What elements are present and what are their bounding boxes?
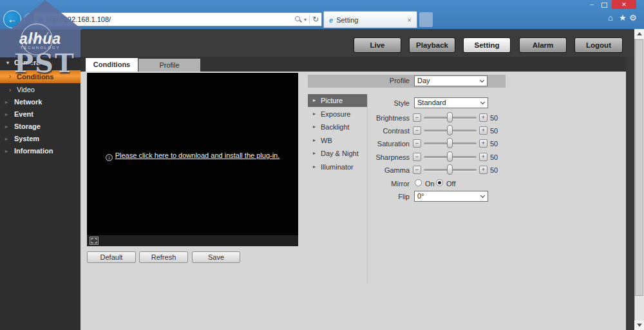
flip-label: Flip — [308, 193, 410, 200]
scroll-down-icon[interactable] — [634, 320, 644, 330]
sidebar-item-storage[interactable]: ▸ Storage — [0, 121, 80, 132]
right-margin — [626, 57, 634, 330]
refresh-button[interactable]: Refresh — [139, 251, 188, 263]
gamma-label: Gamma — [308, 166, 410, 174]
brightness-plus-button[interactable]: + — [479, 113, 488, 122]
sidebar-item-label: Event — [14, 109, 33, 120]
plugin-download-link[interactable]: Please click here to download and instal… — [115, 151, 280, 159]
contrast-label: Contrast — [308, 127, 410, 135]
tab-conditions[interactable]: Conditions — [86, 58, 138, 72]
sharpness-value: 50 — [490, 153, 498, 161]
window-maximize-button[interactable] — [601, 3, 607, 8]
profile-value: Day — [417, 77, 430, 84]
save-button[interactable]: Save — [192, 251, 240, 263]
saturation-slider-thumb[interactable] — [447, 138, 453, 148]
expand-arrow-icon: ▾ — [6, 57, 9, 68]
gamma-value: 50 — [490, 166, 498, 174]
contrast-minus-button[interactable]: − — [413, 126, 421, 135]
sidebar-item-conditions[interactable]: › Conditions — [0, 70, 80, 83]
browser-tab-setting[interactable]: e Setting × — [323, 11, 417, 28]
saturation-minus-button[interactable]: − — [413, 139, 421, 148]
window-minimize-button[interactable]: – — [587, 1, 596, 8]
sidebar-item-network[interactable]: ▸ Network — [0, 97, 80, 108]
chevron-down-icon — [480, 100, 485, 104]
sharpness-minus-button[interactable]: − — [413, 153, 421, 161]
address-url[interactable]: http://192.168.1.108/ — [46, 15, 294, 23]
nav-button-live[interactable]: Live — [354, 37, 401, 53]
back-icon: ← — [8, 14, 17, 24]
style-label: Style — [308, 99, 410, 107]
mirror-off-radio[interactable] — [436, 179, 443, 186]
plugin-prompt: ↓Please click here to download and insta… — [87, 149, 298, 161]
panel-divider — [367, 94, 368, 284]
contrast-slider-thumb[interactable] — [447, 125, 453, 135]
new-tab-button[interactable] — [419, 12, 433, 27]
style-select[interactable]: Standard — [414, 97, 488, 108]
sidebar-item-label: System — [14, 133, 39, 144]
gear-icon[interactable]: ⚙ — [629, 13, 637, 23]
saturation-value: 50 — [490, 140, 498, 148]
sidebar-item-label: Network — [14, 97, 42, 108]
sidebar-item-label: Information — [14, 146, 53, 157]
gamma-slider-thumb[interactable] — [447, 164, 453, 175]
profile-select[interactable]: Day — [414, 75, 488, 86]
chevron-down-icon — [480, 193, 485, 198]
collapsed-arrow-icon: ▸ — [5, 121, 8, 132]
profile-label: Profile — [308, 77, 410, 84]
home-icon[interactable]: ⌂ — [608, 13, 613, 23]
sidebar-item-system[interactable]: ▸ System — [0, 133, 80, 144]
tab-close-icon[interactable]: × — [406, 16, 413, 24]
sidebar-item-event[interactable]: ▸ Event — [0, 109, 80, 120]
address-separator — [309, 15, 310, 24]
sharpness-label: Sharpness — [308, 153, 410, 161]
sidebar-item-camera[interactable]: ▾ Camera — [0, 57, 80, 68]
refresh-icon[interactable]: ↻ — [312, 15, 319, 24]
chevron-down-icon — [480, 78, 484, 82]
sidebar-item-information[interactable]: ▸ Information — [0, 146, 80, 157]
default-button[interactable]: Default — [87, 251, 136, 263]
saturation-label: Saturation — [308, 140, 410, 148]
nav-button-alarm[interactable]: Alarm — [519, 37, 567, 53]
star-icon[interactable]: ★ — [619, 13, 627, 23]
style-value: Standard — [417, 99, 446, 106]
tab-profile-management[interactable]: Profile Management — [138, 59, 200, 72]
browser-back-button[interactable]: ← — [3, 10, 21, 28]
gamma-minus-button[interactable]: − — [413, 166, 421, 174]
nav-button-playback[interactable]: Playback — [409, 37, 455, 53]
sidebar-item-video[interactable]: › Video — [0, 84, 80, 95]
sidebar-item-label: Camera — [14, 57, 40, 68]
saturation-plus-button[interactable]: + — [479, 139, 488, 148]
browser-tab-title: Setting — [336, 16, 406, 24]
address-bar[interactable]: e http://192.168.1.108/ ▾ ↻ — [33, 12, 322, 26]
brightness-slider-thumb[interactable] — [447, 112, 453, 122]
nav-button-logout[interactable]: Logout — [574, 37, 623, 53]
scroll-up-icon[interactable] — [634, 29, 644, 39]
nav-button-setting[interactable]: Setting — [463, 37, 511, 53]
gamma-plus-button[interactable]: + — [479, 166, 488, 174]
collapsed-arrow-icon: ▸ — [5, 109, 8, 120]
brightness-label: Brightness — [308, 114, 410, 122]
window-close-button[interactable]: ✕ — [612, 0, 636, 9]
flip-value: 0° — [417, 192, 424, 200]
scrollbar-thumb[interactable] — [635, 39, 643, 296]
chevron-right-icon: › — [9, 84, 11, 95]
mirror-on-label: On — [425, 180, 435, 188]
search-icon[interactable] — [294, 15, 302, 23]
fullscreen-button[interactable] — [90, 237, 99, 245]
mirror-on-radio[interactable] — [415, 179, 422, 186]
video-toolbar — [87, 235, 298, 246]
contrast-plus-button[interactable]: + — [479, 126, 488, 135]
flip-select[interactable]: 0° — [414, 191, 488, 202]
brightness-minus-button[interactable]: − — [413, 113, 421, 122]
collapsed-arrow-icon: ▸ — [5, 133, 8, 144]
chevron-right-icon: › — [9, 70, 11, 83]
collapsed-arrow-icon: ▸ — [5, 97, 8, 108]
mirror-label: Mirror — [308, 180, 410, 188]
chevron-down-icon[interactable]: ▾ — [304, 17, 307, 23]
sharpness-plus-button[interactable]: + — [479, 153, 488, 161]
download-icon: ↓ — [106, 154, 113, 161]
sharpness-slider-thumb[interactable] — [447, 151, 453, 162]
dahua-logo: alhua TECHNOLOGY — [0, 29, 80, 57]
ie-page-icon: e — [38, 15, 43, 24]
mirror-off-label: Off — [446, 180, 455, 188]
